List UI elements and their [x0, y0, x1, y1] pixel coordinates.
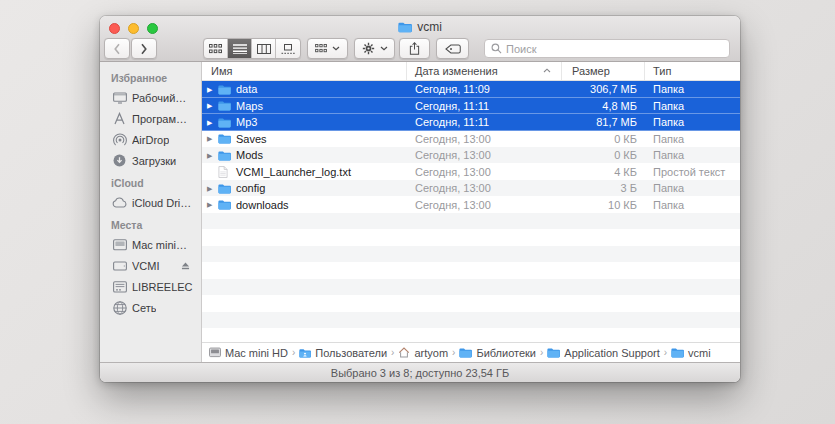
path-item[interactable]: vcmi: [671, 347, 711, 359]
airdrop-icon: [112, 133, 127, 147]
sidebar-item-downloads[interactable]: Загрузки: [100, 150, 201, 171]
file-type: Папка: [645, 199, 740, 211]
file-size: 4 КБ: [562, 166, 645, 178]
sidebar-item-desktop[interactable]: Рабочий…: [100, 87, 201, 108]
path-item[interactable]: Application Support: [547, 347, 659, 359]
chevron-right-icon: [140, 43, 148, 55]
window-title: vcmi: [100, 20, 740, 36]
column-header-size[interactable]: Размер: [562, 62, 645, 80]
sidebar-item-applications[interactable]: Програм…: [100, 108, 201, 129]
path-separator-icon: ›: [664, 347, 667, 358]
table-row[interactable]: ▶ModsСегодня, 13:000 КБПапка: [202, 147, 740, 164]
file-size: 81,7 МБ: [562, 116, 645, 128]
sidebar-section-label: Места: [100, 213, 201, 234]
sidebar-item-label: Загрузки: [132, 155, 176, 167]
action-menu-button[interactable]: [354, 38, 395, 59]
path-separator-icon: ›: [452, 347, 455, 358]
folder-icon: [218, 100, 234, 111]
sidebar-section-label: Избранное: [100, 66, 201, 87]
sidebar-item-libreelec[interactable]: LIBREELEC: [100, 276, 201, 297]
file-text-icon: [218, 166, 234, 178]
sidebar-item-network[interactable]: Сеть: [100, 297, 201, 318]
sidebar-item-label: VCMI: [132, 260, 160, 272]
desktop-background: vcmi: [0, 0, 835, 424]
table-row[interactable]: ▶MapsСегодня, 11:114,8 МБПапка: [202, 98, 740, 115]
sidebar-item-vcmi[interactable]: VCMI: [100, 255, 201, 276]
external-drive-icon: [112, 260, 127, 272]
sidebar-item-mac-mini[interactable]: Mac mini…: [100, 234, 201, 255]
internal-drive-icon: [112, 239, 127, 251]
window-title-text: vcmi: [417, 20, 442, 34]
path-item[interactable]: Mac mini HD: [209, 347, 288, 359]
column-header-name[interactable]: Имя: [202, 62, 407, 80]
column-header-type[interactable]: Тип: [645, 62, 740, 80]
disk-icon: [209, 347, 221, 358]
path-item-label: vcmi: [688, 347, 711, 359]
toolbar: [100, 38, 740, 59]
column-view-icon: [257, 44, 271, 54]
forward-button[interactable]: [131, 38, 157, 59]
sidebar-item-label: Сеть: [132, 302, 156, 314]
file-type: Папка: [645, 116, 740, 128]
coverflow-view-icon: [281, 44, 295, 54]
file-name: config: [234, 182, 265, 194]
disclosure-triangle-icon[interactable]: ▶: [207, 201, 218, 208]
icon-view-button[interactable]: [204, 39, 228, 58]
view-switcher: [203, 38, 301, 59]
folder-icon: [218, 183, 234, 194]
file-name: Mp3: [234, 116, 257, 128]
home-icon: [398, 347, 410, 358]
table-row[interactable]: ▶Mp3Сегодня, 11:1181,7 МБПапка: [202, 114, 740, 131]
path-item-label: Библиотеки: [476, 347, 536, 359]
file-list[interactable]: ▶dataСегодня, 11:09306,7 МБПапка▶MapsСег…: [202, 81, 740, 342]
list-view-icon: [233, 44, 247, 54]
column-header-date[interactable]: Дата изменения: [407, 62, 562, 80]
disclosure-triangle-icon[interactable]: ▶: [207, 119, 218, 126]
file-type: Папка: [645, 83, 740, 95]
path-separator-icon: ›: [391, 347, 394, 358]
file-date: Сегодня, 13:00: [407, 199, 562, 211]
sidebar-item-icloud-drive[interactable]: iCloud Dri…: [100, 192, 201, 213]
file-type: Папка: [645, 133, 740, 145]
disclosure-triangle-icon[interactable]: ▶: [207, 102, 218, 109]
file-type: Папка: [645, 182, 740, 194]
eject-icon[interactable]: [178, 262, 193, 270]
path-item[interactable]: artyom: [398, 347, 448, 359]
table-row[interactable]: ▶configСегодня, 13:003 БПапка: [202, 180, 740, 197]
file-size: 10 КБ: [562, 199, 645, 211]
finder-window: vcmi: [100, 16, 740, 382]
disclosure-triangle-icon[interactable]: ▶: [207, 185, 218, 192]
file-type: Папка: [645, 100, 740, 112]
sidebar-section-label: iCloud: [100, 171, 201, 192]
coverflow-view-button[interactable]: [276, 39, 300, 58]
back-button[interactable]: [104, 38, 130, 59]
path-item-label: artyom: [414, 347, 448, 359]
file-size: 3 Б: [562, 182, 645, 194]
disclosure-triangle-icon[interactable]: ▶: [207, 86, 218, 93]
arrange-menu-button[interactable]: [307, 38, 348, 59]
cloud-icon: [112, 197, 127, 208]
list-view-button[interactable]: [228, 39, 252, 58]
sidebar-item-label: iCloud Dri…: [132, 197, 191, 209]
table-row[interactable]: ▶dataСегодня, 11:09306,7 МБПапка: [202, 81, 740, 98]
file-date: Сегодня, 11:09: [407, 83, 562, 95]
table-row[interactable]: ▶SavesСегодня, 13:000 КБПапка: [202, 131, 740, 148]
folder-icon: [218, 117, 234, 128]
disclosure-triangle-icon[interactable]: ▶: [207, 135, 218, 142]
file-date: Сегодня, 11:11: [407, 100, 562, 112]
icon-view-icon: [209, 44, 222, 54]
disclosure-triangle-icon[interactable]: ▶: [207, 152, 218, 159]
folder-icon: [218, 199, 234, 210]
tags-button[interactable]: [436, 38, 469, 59]
sidebar-item-label: Mac mini…: [132, 239, 187, 251]
title-bar: vcmi: [100, 16, 740, 62]
path-item[interactable]: Библиотеки: [459, 347, 536, 359]
share-button[interactable]: [399, 38, 430, 59]
table-row[interactable]: ▶downloadsСегодня, 13:0010 КБПапка: [202, 197, 740, 214]
path-item[interactable]: Пользователи: [299, 347, 387, 359]
search-field[interactable]: [484, 39, 730, 58]
sidebar-item-airdrop[interactable]: AirDrop: [100, 129, 201, 150]
search-input[interactable]: [506, 43, 723, 55]
table-row[interactable]: ▶VCMI_Launcher_log.txtСегодня, 13:004 КБ…: [202, 164, 740, 181]
column-view-button[interactable]: [252, 39, 276, 58]
